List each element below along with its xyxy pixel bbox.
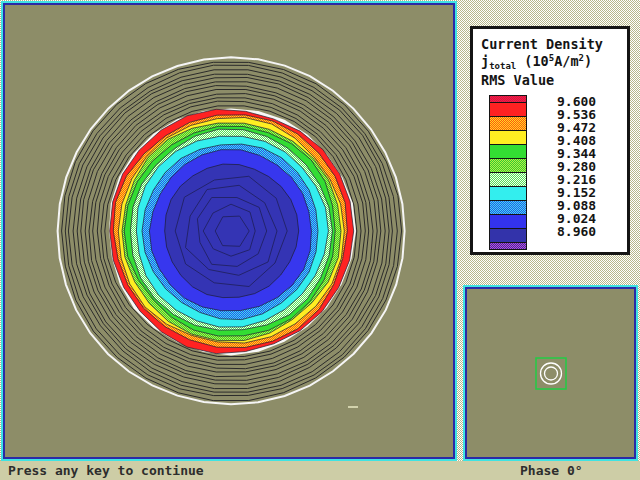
legend-swatch: [490, 242, 526, 249]
legend-value: 8.960: [557, 225, 596, 239]
overview-panel-interior: [465, 287, 636, 459]
cursor-dash: [348, 406, 358, 408]
legend-title-line2: jtotal (105A/m2): [481, 53, 627, 72]
legend-swatch: [490, 228, 526, 242]
legend-swatch: [490, 130, 526, 144]
legend-swatch: [490, 158, 526, 172]
overview-conductor-ring: [545, 367, 558, 380]
legend-panel: Current Density jtotal (105A/m2) RMS Val…: [470, 26, 630, 255]
legend-swatch: [490, 102, 526, 116]
legend-swatch: [490, 200, 526, 214]
application-window: Current Density jtotal (105A/m2) RMS Val…: [0, 0, 640, 480]
plot-panel-interior: [3, 3, 455, 459]
status-message: Press any key to continue: [8, 463, 204, 478]
legend-title: Current Density jtotal (105A/m2) RMS Val…: [481, 36, 627, 89]
legend-swatches: [489, 95, 527, 250]
legend-subscript: total: [489, 58, 516, 75]
legend-scale: 9.6009.5369.4729.4089.3449.2809.2169.152…: [473, 95, 627, 237]
legend-superscript-2: 2: [579, 50, 584, 67]
status-bar: Press any key to continue Phase 0°: [0, 461, 640, 480]
legend-swatch: [490, 214, 526, 228]
legend-swatch: [490, 144, 526, 158]
legend-swatch: [490, 116, 526, 130]
phase-indicator: Phase 0°: [520, 463, 583, 478]
overview-panel: [463, 285, 638, 461]
legend-superscript-5: 5: [549, 50, 554, 67]
legend-swatch: [490, 186, 526, 200]
overview-conductor-ring: [541, 363, 562, 384]
overview-map: [467, 289, 634, 457]
contour-plot: [5, 5, 453, 457]
plot-panel: [1, 1, 457, 461]
legend-swatch: [490, 172, 526, 186]
